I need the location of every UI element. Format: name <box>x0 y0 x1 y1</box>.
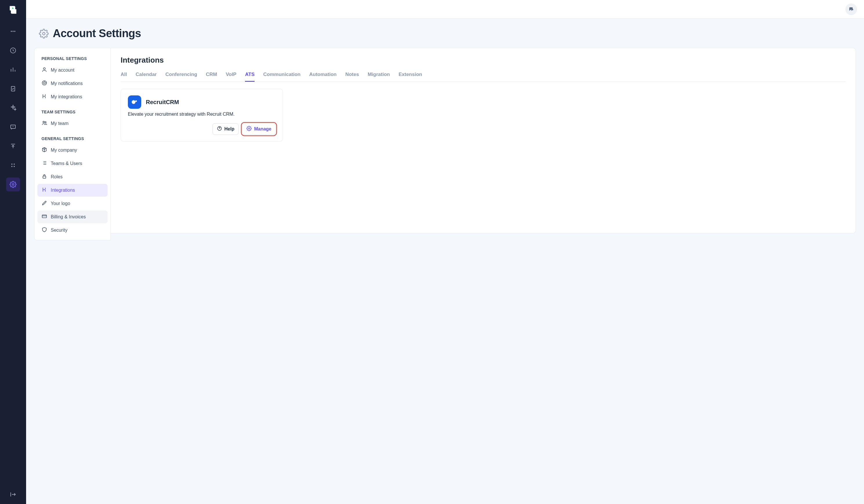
tab-conferencing[interactable]: Conferencing <box>165 70 197 82</box>
tab-calendar[interactable]: Calendar <box>136 70 157 82</box>
help-label: Help <box>225 127 235 132</box>
app-logo[interactable] <box>7 3 20 16</box>
help-icon <box>217 126 222 132</box>
help-button[interactable]: Help <box>213 123 239 135</box>
svg-point-11 <box>12 183 14 185</box>
team-icon <box>41 120 47 127</box>
sidebar-item-billing[interactable]: Billing & Invoices <box>37 211 108 223</box>
main-area: Account Settings PERSONAL SETTINGSMy acc… <box>26 0 864 504</box>
cube-icon <box>41 147 47 154</box>
rail-upload-icon[interactable] <box>6 139 20 153</box>
icon-rail <box>0 0 26 504</box>
rail-collapse-icon[interactable] <box>6 490 20 504</box>
nav-section-title: TEAM SETTINGS <box>37 108 108 117</box>
sidebar-item-my-team[interactable]: My team <box>37 117 108 130</box>
recruitcrm-logo-icon <box>128 95 141 109</box>
sidebar-item-integrations[interactable]: Integrations <box>37 184 108 196</box>
card-icon <box>41 214 47 220</box>
list-icon <box>41 160 47 167</box>
tab-migration[interactable]: Migration <box>368 70 390 82</box>
sidebar-item-my-notifications[interactable]: My notifications <box>37 77 108 90</box>
svg-point-23 <box>249 128 250 129</box>
sidebar-item-my-account[interactable]: My account <box>37 64 108 76</box>
topbar <box>26 0 864 19</box>
sidebar-item-label: My account <box>51 68 74 73</box>
tab-notes[interactable]: Notes <box>345 70 359 82</box>
target-icon <box>41 80 47 87</box>
rail-clipboard-icon[interactable] <box>6 82 20 96</box>
integration-card: RecruitCRM Elevate your recruitment stra… <box>121 89 283 142</box>
svg-point-17 <box>45 121 46 123</box>
svg-point-8 <box>14 164 15 165</box>
tab-extension[interactable]: Extension <box>399 70 422 82</box>
sidebar-item-label: Roles <box>51 174 63 180</box>
rail-feedback-icon[interactable] <box>6 120 20 134</box>
sidebar-item-label: My team <box>51 121 69 126</box>
gear-icon <box>39 29 49 38</box>
tab-ats[interactable]: ATS <box>245 70 254 82</box>
svg-point-10 <box>14 166 15 167</box>
rail-more-icon[interactable] <box>6 24 20 38</box>
rail-analytics-icon[interactable] <box>6 63 20 76</box>
rail-sparkle-icon[interactable] <box>6 101 20 115</box>
sidebar-item-security[interactable]: Security <box>37 224 108 237</box>
pencil-icon <box>41 200 47 207</box>
nav-section-title: PERSONAL SETTINGS <box>37 55 108 64</box>
svg-point-13 <box>44 68 46 70</box>
branch-icon <box>41 187 47 194</box>
svg-point-7 <box>11 164 12 165</box>
sidebar-item-my-integrations[interactable]: My integrations <box>37 91 108 103</box>
tab-crm[interactable]: CRM <box>206 70 217 82</box>
svg-point-9 <box>11 166 12 167</box>
sidebar-item-label: Teams & Users <box>51 161 82 166</box>
tab-voip[interactable]: VoIP <box>226 70 237 82</box>
user-icon <box>41 67 47 74</box>
svg-point-15 <box>44 82 46 84</box>
sidebar-item-label: My company <box>51 148 77 153</box>
svg-point-3 <box>14 31 15 32</box>
panel-title: Integrations <box>121 56 846 65</box>
integration-tabs: AllCalendarConferencingCRMVoIPATSCommuni… <box>121 70 846 82</box>
sidebar-item-your-logo[interactable]: Your logo <box>37 197 108 210</box>
integrations-panel: Integrations AllCalendarConferencingCRMV… <box>111 48 856 233</box>
gear-icon <box>247 126 252 132</box>
svg-rect-18 <box>43 176 46 178</box>
branch-icon <box>41 93 47 100</box>
integration-description: Elevate your recruitment strategy with R… <box>128 112 276 117</box>
tab-all[interactable]: All <box>121 70 127 82</box>
sidebar-item-teams-users[interactable]: Teams & Users <box>37 157 108 170</box>
tab-automation[interactable]: Automation <box>309 70 337 82</box>
sidebar-item-label: My integrations <box>51 94 82 99</box>
lock-icon <box>41 173 47 180</box>
svg-point-21 <box>135 100 137 102</box>
integration-title: RecruitCRM <box>146 99 179 106</box>
svg-point-16 <box>43 121 44 123</box>
shield-icon <box>41 227 47 234</box>
sidebar-item-label: My notifications <box>51 81 83 86</box>
svg-point-1 <box>11 31 12 32</box>
settings-sidebar: PERSONAL SETTINGSMy accountMy notificati… <box>34 48 111 240</box>
sidebar-item-roles[interactable]: Roles <box>37 170 108 183</box>
sidebar-item-label: Security <box>51 228 68 233</box>
rail-clock-icon[interactable] <box>6 44 20 57</box>
svg-point-12 <box>43 32 45 35</box>
sidebar-item-label: Billing & Invoices <box>51 214 86 219</box>
sidebar-item-label: Your logo <box>51 201 70 206</box>
svg-rect-19 <box>42 215 47 218</box>
manage-button[interactable]: Manage <box>242 123 276 135</box>
rail-settings-icon[interactable] <box>6 178 20 191</box>
nav-section-title: GENERAL SETTINGS <box>37 134 108 144</box>
svg-point-2 <box>12 31 14 32</box>
svg-point-20 <box>132 100 135 104</box>
sidebar-item-my-company[interactable]: My company <box>37 144 108 157</box>
tab-communication[interactable]: Communication <box>263 70 300 82</box>
page-title: Account Settings <box>53 27 141 40</box>
manage-label: Manage <box>254 127 272 132</box>
chat-button[interactable] <box>845 3 857 15</box>
rail-apps-icon[interactable] <box>6 158 20 172</box>
page-header: Account Settings <box>26 19 864 48</box>
sidebar-item-label: Integrations <box>51 188 75 193</box>
